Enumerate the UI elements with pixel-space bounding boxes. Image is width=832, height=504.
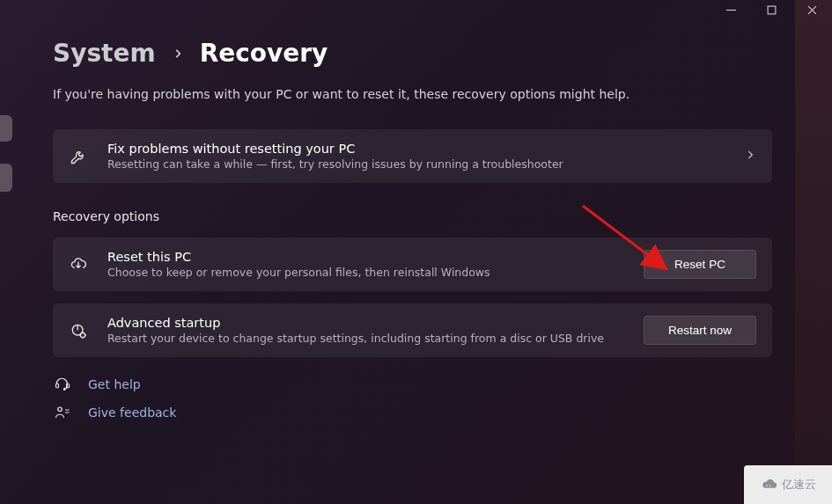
- fix-problems-body: Fix problems without resetting your PC R…: [107, 142, 725, 171]
- get-help-link[interactable]: Get help: [53, 376, 772, 392]
- reset-pc-body: Reset this PC Choose to keep or remove y…: [107, 250, 624, 279]
- recovery-options-heading: Recovery options: [53, 209, 772, 223]
- chevron-right-icon: [172, 47, 184, 60]
- fix-problems-sub: Resetting can take a while — first, try …: [107, 157, 725, 171]
- breadcrumb-page: Recovery: [200, 39, 328, 68]
- minimize-icon: [726, 5, 736, 15]
- svg-point-15: [58, 407, 63, 412]
- cloud-icon: [761, 478, 778, 491]
- fix-problems-title: Fix problems without resetting your PC: [107, 142, 725, 156]
- fix-problems-chevron: [744, 149, 756, 164]
- give-feedback-label: Give feedback: [88, 405, 176, 420]
- maximize-icon: [767, 5, 777, 15]
- help-icon: [53, 376, 72, 392]
- reset-pc-title: Reset this PC: [107, 250, 624, 264]
- left-nav-slivers: [0, 0, 18, 504]
- watermark-label: 亿速云: [782, 477, 816, 493]
- svg-point-14: [64, 389, 66, 391]
- breadcrumb-parent[interactable]: System: [53, 39, 156, 68]
- breadcrumb: System Recovery: [53, 39, 772, 68]
- advanced-startup-sub: Restart your device to change startup se…: [107, 332, 624, 345]
- advanced-startup-card: Advanced startup Restart your device to …: [53, 303, 772, 357]
- reset-pc-sub: Choose to keep or remove your personal f…: [107, 266, 624, 279]
- reset-pc-card: Reset this PC Choose to keep or remove y…: [53, 237, 772, 291]
- fix-problems-card[interactable]: Fix problems without resetting your PC R…: [53, 129, 772, 183]
- give-feedback-link[interactable]: Give feedback: [53, 405, 772, 420]
- svg-rect-1: [768, 6, 776, 14]
- close-icon: [807, 5, 817, 15]
- download-cloud-icon: [69, 256, 88, 274]
- window-titlebar: [711, 0, 832, 19]
- advanced-startup-title: Advanced startup: [107, 316, 624, 330]
- reset-pc-button[interactable]: Reset PC: [644, 250, 756, 279]
- svg-rect-12: [56, 383, 59, 388]
- svg-point-19: [769, 486, 770, 487]
- svg-point-7: [80, 332, 85, 337]
- help-links: Get help Give feedback: [53, 376, 772, 420]
- left-nav-sliver-1[interactable]: [0, 115, 12, 142]
- advanced-startup-body: Advanced startup Restart your device to …: [107, 316, 624, 345]
- intro-text: If you're having problems with your PC o…: [53, 87, 772, 101]
- watermark: 亿速云: [744, 465, 832, 504]
- left-nav-sliver-2[interactable]: [0, 164, 12, 192]
- right-background-tint: [795, 0, 832, 465]
- minimize-button[interactable]: [711, 0, 751, 19]
- power-gear-icon: [69, 322, 88, 340]
- feedback-icon: [53, 405, 72, 420]
- main-content: System Recovery If you're having problem…: [53, 39, 772, 504]
- wrench-icon: [69, 148, 88, 165]
- svg-rect-13: [67, 383, 70, 388]
- chevron-right-icon: [744, 149, 756, 161]
- svg-point-18: [766, 486, 768, 487]
- close-button[interactable]: [792, 0, 832, 19]
- restart-now-button[interactable]: Restart now: [644, 316, 756, 345]
- get-help-label: Get help: [88, 377, 141, 391]
- maximize-button[interactable]: [751, 0, 792, 19]
